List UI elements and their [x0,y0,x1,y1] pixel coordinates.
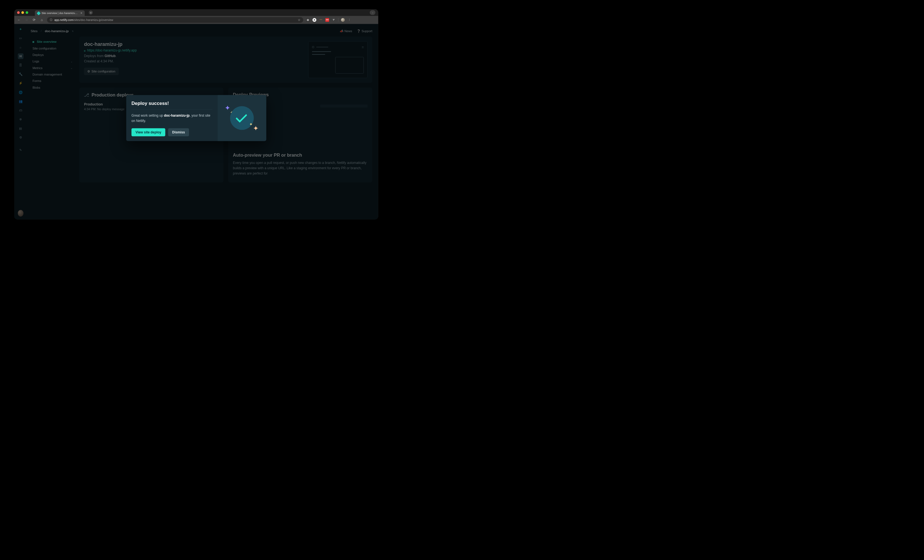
bookmark-star-icon[interactable]: ☆ [298,18,300,22]
sparkle-icon: ✦ [253,124,259,132]
tabs-dropdown-button[interactable]: ⌄ [370,10,375,15]
tab-bar: Site overview | doc-haramizu… ✕ ＋ ⌄ [14,9,378,16]
extension-icon[interactable]: ••• [326,18,329,22]
browser-window: Site overview | doc-haramizu… ✕ ＋ ⌄ ← → … [14,9,378,219]
tab-title: Site overview | doc-haramizu… [41,12,79,15]
tab-close-icon[interactable]: ✕ [80,12,82,15]
chrome-menu-icon[interactable]: ⋮ [347,18,351,22]
profile-avatar[interactable] [341,18,345,22]
home-button[interactable]: ⌂ [39,18,44,22]
modal-title: Deploy success! [132,101,212,109]
extension-icon[interactable]: X [313,18,316,22]
extension-icon[interactable]: ▦ [306,18,310,22]
close-window-button[interactable] [17,11,20,14]
extension-icon[interactable]: 〰 [319,18,323,22]
dismiss-button[interactable]: Dismiss [168,128,189,136]
modal-illustration: ✦ ✦ ✦ ✦ [218,95,266,141]
url-bar: ← → ⟳ ⌂ ⓘ app.netlify.com/sites/doc-hara… [14,16,378,24]
sparkle-icon: ✦ [249,122,253,126]
minimize-window-button[interactable] [21,11,24,14]
back-button[interactable]: ← [16,18,21,22]
forward-button[interactable]: → [24,18,29,22]
address-field[interactable]: ⓘ app.netlify.com/sites/doc-haramizu-jp/… [47,17,303,22]
extensions-menu-icon[interactable]: ⧩ [332,18,336,22]
sparkle-icon: ✦ [225,104,230,112]
divider [338,18,338,22]
url-text: app.netlify.com/sites/doc-haramizu-jp/ov… [54,18,296,21]
browser-tab[interactable]: Site overview | doc-haramizu… ✕ [35,10,85,16]
view-site-deploy-button[interactable]: View site deploy [132,128,165,136]
maximize-window-button[interactable] [26,11,28,14]
extension-icons: ▦ X 〰 ••• ⧩ ⋮ [306,18,351,22]
new-tab-button[interactable]: ＋ [89,10,93,15]
site-info-icon[interactable]: ⓘ [50,18,52,22]
modal-body: Great work setting up doc-haramizu-jp, y… [132,113,212,124]
reload-button[interactable]: ⟳ [32,18,37,22]
deploy-success-modal: Deploy success! Great work setting up do… [126,95,266,141]
window-traffic-lights [17,11,28,14]
netlify-app: ✦ ▭ ⌕ H 🗄 🔧 ⚡ 🌐 👥 🗃 ⊕ ▤ ⚙ ✎ Sites / doc-… [14,24,378,220]
netlify-favicon-icon [37,11,40,15]
